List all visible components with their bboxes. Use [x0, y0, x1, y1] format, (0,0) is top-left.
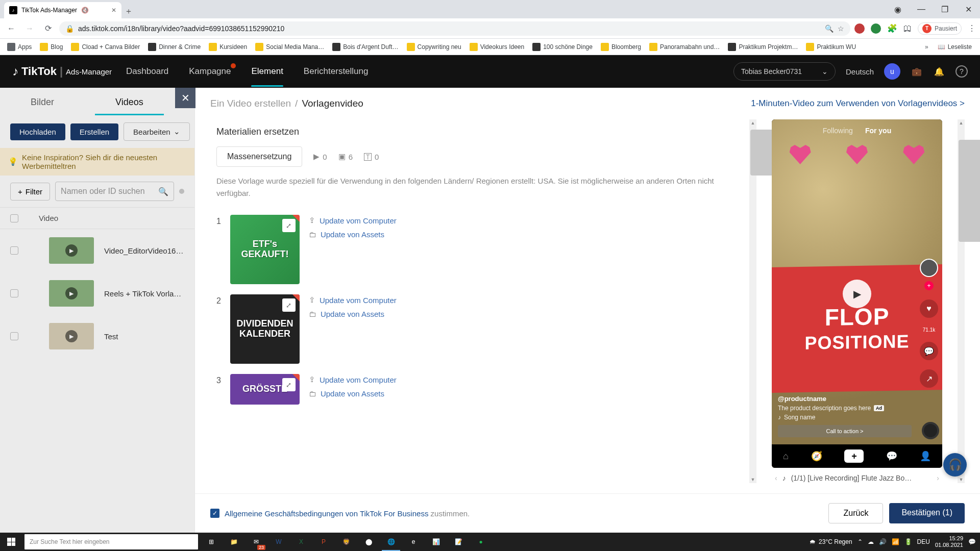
scroll-up-icon[interactable]: ▲ [958, 119, 965, 127]
play-button[interactable]: ▶ [843, 280, 871, 308]
select-all-checkbox[interactable] [10, 214, 18, 222]
brand-logo[interactable]: ♪ TikTok | Ads-Manager [12, 64, 112, 79]
row-checkbox[interactable] [10, 246, 18, 255]
profile-icon[interactable]: 👤 [920, 450, 931, 462]
row-checkbox[interactable] [10, 332, 18, 340]
notifications-tray-icon[interactable]: 💬 [968, 538, 976, 545]
create-button[interactable]: Erstellen [70, 123, 118, 140]
tray-chevron-icon[interactable]: ⌃ [857, 538, 863, 545]
bookmark-item[interactable]: Social Media Mana… [252, 41, 327, 53]
profile-avatar-icon[interactable] [920, 259, 938, 277]
taskbar-search[interactable]: Zur Suche Text hier eingeben [24, 534, 198, 549]
weather-widget[interactable]: 🌧23°C Regen [810, 538, 852, 545]
update-from-assets-link[interactable]: 🗀Update von Assets [309, 389, 397, 398]
extension-icon[interactable] [854, 23, 865, 34]
window-close-icon[interactable]: ✕ [957, 0, 980, 18]
window-maximize-icon[interactable]: ❐ [933, 0, 957, 18]
filter-button[interactable]: +Filter [10, 183, 50, 201]
upload-button[interactable]: Hochladen [10, 123, 65, 140]
bookmark-item[interactable]: Dinner & Crime [145, 41, 204, 53]
kebab-menu-icon[interactable]: ⋮ [968, 23, 976, 33]
comment-icon[interactable]: 💬 [920, 342, 938, 360]
update-from-computer-link[interactable]: ⇪Update vom Computer [309, 295, 397, 305]
discover-icon[interactable]: 🧭 [811, 450, 822, 462]
bookmark-star-icon[interactable]: ☆ [838, 24, 844, 33]
scroll-down-icon[interactable]: ▼ [958, 476, 965, 483]
back-button[interactable]: Zurück [828, 503, 883, 523]
bookmark-item[interactable]: Kursideen [206, 41, 250, 53]
crumb-create-video[interactable]: Ein Video erstellen [210, 98, 291, 109]
chevron-left-icon[interactable]: ‹ [775, 474, 777, 482]
profile-chip[interactable]: T Pausiert [918, 22, 962, 35]
scrollbar-thumb[interactable] [959, 140, 980, 242]
extensions-menu-icon[interactable]: 🧩 [887, 23, 897, 33]
account-selector[interactable]: Tobias Becker0731 ⌄ [733, 62, 836, 81]
bookmark-item[interactable]: Panoramabahn und… [646, 41, 723, 53]
inbox-icon[interactable]: 💬 [886, 450, 897, 462]
reading-list-icon[interactable]: 🕮 [903, 24, 912, 33]
tab-videos[interactable]: Videos [95, 92, 164, 115]
spotify-icon[interactable]: ● [470, 533, 492, 551]
volume-icon[interactable]: 🔊 [879, 538, 887, 545]
tos-checkbox-row[interactable]: ✓ Allgemeine Geschäftsbedingungen von Ti… [210, 509, 470, 518]
business-center-icon[interactable]: 💼 [911, 65, 923, 78]
app-icon[interactable]: 📊 [425, 533, 447, 551]
zoom-icon[interactable]: 🔍 [825, 24, 834, 33]
help-fab[interactable]: 🎧 [943, 453, 967, 477]
mail-icon[interactable]: ✉23 [245, 533, 267, 551]
video-thumbnail[interactable]: ▶ [49, 237, 94, 264]
new-tab-button[interactable]: ＋ [121, 4, 136, 18]
bookmark-item[interactable]: Cload + Canva Bilder [68, 41, 143, 53]
bookmark-item[interactable]: Bois d'Argent Duft… [329, 41, 401, 53]
powerpoint-icon[interactable]: P [312, 533, 335, 551]
excel-icon[interactable]: X [290, 533, 312, 551]
nav-kampagne[interactable]: Kampagne [189, 66, 231, 77]
extension-icon[interactable] [871, 23, 881, 34]
bookmark-overflow-icon[interactable]: » [922, 43, 932, 51]
obs-icon[interactable]: ⬤ [357, 533, 380, 551]
edge-icon[interactable]: e [402, 533, 425, 551]
onedrive-icon[interactable]: ☁ [868, 538, 874, 545]
confirm-button[interactable]: Bestätigen (1) [889, 503, 965, 523]
expand-icon[interactable]: ⤢ [282, 298, 296, 312]
word-icon[interactable]: W [267, 533, 290, 551]
material-thumbnail[interactable]: DIVIDENDENKALENDER ⤢ [230, 294, 300, 364]
follow-plus-icon[interactable]: + [924, 281, 934, 290]
notifications-icon[interactable]: 🔔 [933, 65, 945, 78]
app-icon[interactable]: 📝 [447, 533, 470, 551]
material-thumbnail[interactable]: GRÖSSTE ⤢ [230, 374, 300, 405]
bookmark-item[interactable]: Bloomberg [598, 41, 644, 53]
nav-dashboard[interactable]: Dashboard [126, 66, 168, 77]
window-minimize-icon[interactable]: — [910, 0, 933, 18]
create-icon[interactable]: + [844, 449, 864, 463]
scroll-down-icon[interactable]: ▼ [749, 476, 756, 483]
chrome-icon[interactable]: 🌐 [380, 533, 402, 551]
inspiration-banner[interactable]: 💡 Keine Inspiration? Sieh dir die neuest… [0, 148, 194, 176]
bookmark-item[interactable]: 100 schöne Dinge [529, 41, 596, 53]
bookmark-item[interactable]: Blog [37, 41, 66, 53]
search-input[interactable]: Namen oder ID suchen 🔍 [55, 182, 174, 201]
cta-button[interactable]: Call to action > [778, 425, 912, 437]
help-icon[interactable]: ? [955, 65, 968, 78]
nav-back-icon[interactable]: ← [4, 21, 18, 36]
language-indicator[interactable]: DEU [917, 538, 930, 545]
update-from-computer-link[interactable]: ⇪Update vom Computer [309, 375, 397, 384]
expand-icon[interactable]: ⤢ [282, 219, 296, 232]
expand-icon[interactable]: ⤢ [282, 378, 296, 391]
video-thumbnail[interactable]: ▶ [49, 280, 94, 307]
tab-close-icon[interactable]: ✕ [111, 7, 116, 14]
bookmark-item[interactable]: Praktikum WU [803, 41, 859, 53]
bookmark-item[interactable]: Copywriting neu [404, 41, 464, 53]
song-selector[interactable]: ‹ ♪ (1/1) [Live Recording] Flute Jazz Bo… [772, 468, 942, 483]
app-icon[interactable]: 🦁 [335, 533, 357, 551]
tos-link[interactable]: Allgemeine Geschäftsbedingungen von TikT… [225, 509, 428, 518]
share-icon[interactable]: ↗ [920, 369, 938, 388]
tos-checkbox[interactable]: ✓ [210, 509, 219, 518]
material-thumbnail[interactable]: ETF'sGEKAUFT! ⤢ [230, 215, 300, 284]
tab-bilder[interactable]: Bilder [10, 92, 75, 115]
home-icon[interactable]: ⌂ [783, 451, 789, 462]
preview-scrollbar[interactable]: ▲ ▼ [958, 119, 965, 483]
like-icon[interactable]: ♥ [920, 299, 938, 318]
clock[interactable]: 15:2901.08.2021 [935, 535, 963, 548]
table-row[interactable]: ▶ Reels + TikTok Vorlage (12).mp4 [0, 272, 194, 315]
